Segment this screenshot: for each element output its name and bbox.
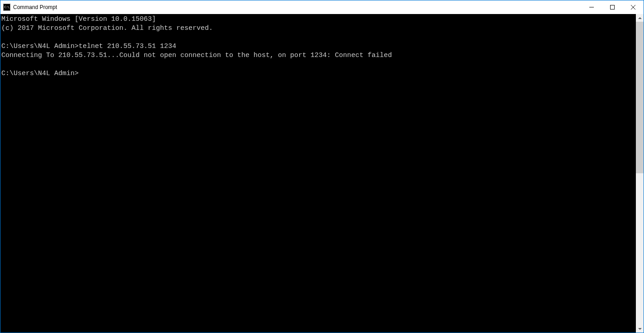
svg-marker-4 bbox=[638, 17, 642, 19]
close-button[interactable] bbox=[623, 0, 644, 14]
cmd-icon: C:\ bbox=[3, 4, 10, 11]
terminal-line: Microsoft Windows [Version 10.0.15063] bbox=[1, 15, 636, 24]
maximize-button[interactable] bbox=[602, 0, 623, 14]
terminal-output[interactable]: Microsoft Windows [Version 10.0.15063](c… bbox=[0, 14, 636, 333]
window-title: Command Prompt bbox=[13, 4, 57, 10]
chevron-down-icon bbox=[638, 328, 642, 330]
scroll-thumb[interactable] bbox=[636, 22, 644, 173]
close-icon bbox=[631, 5, 635, 10]
minimize-icon bbox=[589, 5, 594, 10]
terminal-line: (c) 2017 Microsoft Corporation. All righ… bbox=[1, 24, 636, 33]
minimize-button[interactable] bbox=[581, 0, 602, 14]
titlebar[interactable]: C:\ Command Prompt bbox=[0, 0, 644, 14]
terminal-line: C:\Users\N4L Admin>telnet 210.55.73.51 1… bbox=[1, 42, 636, 51]
maximize-icon bbox=[610, 5, 615, 10]
svg-marker-5 bbox=[638, 328, 642, 330]
scroll-up-arrow[interactable] bbox=[636, 14, 644, 22]
terminal-line: Connecting To 210.55.73.51...Could not o… bbox=[1, 51, 636, 60]
cmd-icon-text: C:\ bbox=[4, 6, 9, 9]
window-controls bbox=[581, 0, 644, 14]
terminal-line bbox=[1, 60, 636, 69]
chevron-up-icon bbox=[638, 17, 642, 19]
title-left: C:\ Command Prompt bbox=[3, 4, 57, 11]
terminal-line bbox=[1, 33, 636, 42]
scroll-down-arrow[interactable] bbox=[636, 325, 644, 333]
svg-rect-1 bbox=[611, 5, 615, 10]
vertical-scrollbar[interactable] bbox=[636, 14, 644, 333]
terminal-line: C:\Users\N4L Admin> bbox=[1, 69, 636, 78]
scroll-track[interactable] bbox=[636, 22, 644, 325]
terminal-wrapper: Microsoft Windows [Version 10.0.15063](c… bbox=[0, 14, 644, 333]
command-prompt-window: C:\ Command Prompt Mic bbox=[0, 0, 644, 333]
